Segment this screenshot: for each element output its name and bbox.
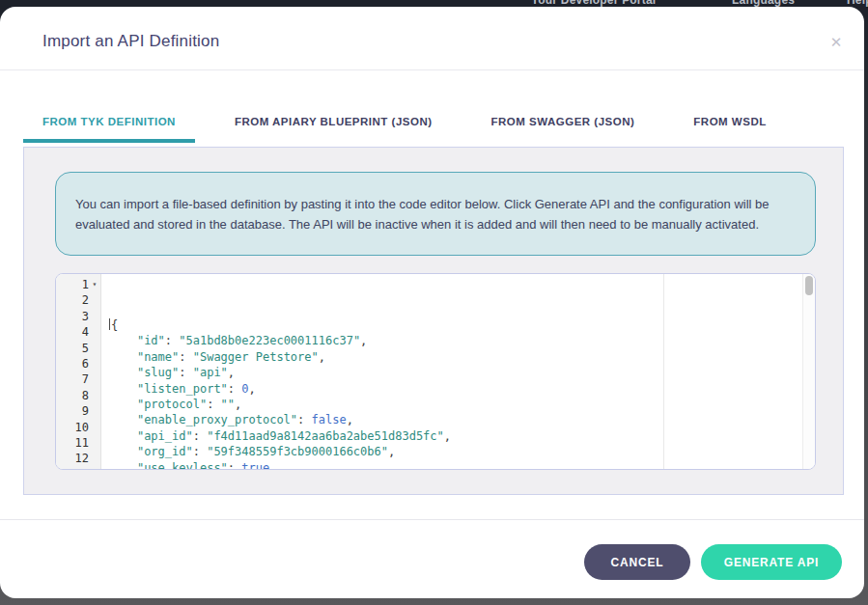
tab-from-apiary-blueprint-json[interactable]: FROM APIARY BLUEPRINT (JSON) (215, 99, 452, 143)
tab-from-swagger-json[interactable]: FROM SWAGGER (JSON) (472, 99, 655, 143)
gutter-line-number: 13▾ (56, 467, 100, 470)
code-token: false (312, 413, 347, 426)
code-token (109, 429, 137, 443)
gutter-line-number: 7 (56, 371, 100, 387)
editor-gutter: 1▾2345678910111213▾ (56, 274, 101, 469)
code-token: "name" (137, 350, 179, 364)
code-token: : (165, 334, 179, 347)
footer-divider (0, 519, 864, 520)
code-token (109, 350, 137, 364)
code-token: "protocol" (137, 398, 207, 411)
gutter-line-number: 2 (56, 292, 100, 308)
code-token: "enable_proxy_protocol" (137, 413, 297, 426)
code-line: { (109, 317, 815, 333)
code-token: : (297, 413, 311, 426)
fold-arrow-icon[interactable]: ▾ (89, 277, 100, 292)
topbar-link: Your Developer Portal (531, 0, 656, 7)
tab-panel: You can import a file-based definition b… (23, 147, 844, 495)
code-token (109, 334, 137, 347)
code-line: "api_id": "f4d11aad9a8142aa6ba2abe51d83d… (109, 428, 815, 444)
code-token: , (360, 334, 367, 347)
code-token: "id" (137, 334, 165, 347)
gutter-line-number: 12 (56, 451, 100, 466)
tab-from-wsdl[interactable]: FROM WSDL (674, 99, 785, 143)
code-token: : (228, 461, 241, 469)
code-token: : (179, 350, 192, 364)
code-token: "api" (193, 366, 228, 379)
code-line: "protocol": "", (109, 397, 815, 412)
code-token: , (444, 429, 451, 443)
code-line: "id": "5a1bd8b0e223ec0001116c37", (109, 333, 815, 348)
tab-label: FROM SWAGGER (JSON) (491, 116, 635, 127)
code-line: "enable_proxy_protocol": false, (109, 412, 815, 427)
gutter-line-number: 5 (56, 341, 100, 356)
code-token (109, 398, 137, 411)
code-token: , (235, 398, 241, 411)
modal-footer: CANCEL GENERATE API (584, 544, 842, 580)
code-token: "Swagger Petstore" (193, 350, 319, 364)
editor-content[interactable]: { "id": "5a1bd8b0e223ec0001116c37", "nam… (101, 274, 815, 469)
tab-label: FROM WSDL (693, 116, 766, 127)
code-token: "" (221, 398, 235, 411)
import-tabs: FROM TYK DEFINITIONFROM APIARY BLUEPRINT… (23, 99, 806, 143)
text-cursor (109, 318, 110, 330)
code-token (109, 461, 137, 469)
gutter-line-number: 6 (56, 356, 100, 371)
code-token (109, 445, 137, 458)
topbar-link: Languages (732, 0, 795, 7)
code-token: : (207, 398, 220, 411)
gutter-line-number: 9 (56, 403, 100, 419)
code-line: "slug": "api", (109, 365, 815, 380)
gutter-line-number: 10 (56, 420, 100, 435)
editor-scrollbar-thumb[interactable] (805, 276, 813, 295)
code-token: : (193, 445, 207, 458)
code-line: "listen_port": 0, (109, 381, 815, 397)
code-token: "5a1bd8b0e223ec0001116c37" (179, 334, 360, 347)
gutter-line-number: 11 (56, 435, 100, 451)
code-token: , (319, 350, 325, 364)
code-token (109, 413, 137, 426)
gutter-line-number: 3 (56, 309, 100, 324)
code-token: true (241, 461, 269, 469)
editor-scrollbar[interactable] (802, 274, 815, 469)
code-token: "api_id" (137, 429, 193, 443)
code-token (109, 382, 137, 396)
info-callout: You can import a file-based definition b… (55, 172, 816, 256)
code-editor[interactable]: 1▾2345678910111213▾ { "id": "5a1bd8b0e22… (55, 273, 816, 470)
code-token: : (179, 366, 192, 379)
tab-from-tyk-definition[interactable]: FROM TYK DEFINITION (23, 99, 195, 143)
close-icon[interactable]: ✕ (826, 32, 847, 53)
code-line: "use_keyless": true, (109, 460, 815, 469)
code-token: , (388, 445, 395, 458)
print-margin-line (663, 274, 664, 469)
code-token: "f4d11aad9a8142aa6ba2abe51d83d5fc" (207, 429, 444, 443)
code-token: "listen_port" (137, 382, 228, 396)
code-line: "name": "Swagger Petstore", (109, 349, 815, 365)
generate-api-button[interactable]: GENERATE API (701, 544, 842, 580)
tab-label: FROM TYK DEFINITION (42, 116, 176, 127)
header-divider (0, 69, 864, 70)
code-token: , (347, 413, 353, 426)
code-token: 0 (241, 382, 248, 396)
tab-label: FROM APIARY BLUEPRINT (JSON) (235, 116, 433, 127)
import-api-modal: Import an API Definition ✕ FROM TYK DEFI… (0, 7, 864, 598)
code-token: "use_keyless" (137, 461, 228, 469)
code-token: : (193, 429, 207, 443)
code-token: "59f348559f3cb9000166c0b6" (207, 445, 388, 458)
code-token: { (111, 318, 118, 332)
gutter-line-number: 8 (56, 388, 100, 403)
info-text: You can import a file-based definition b… (75, 194, 796, 234)
topbar-link: Help (847, 0, 868, 7)
code-token: : (228, 382, 241, 396)
code-token: , (228, 366, 235, 379)
code-token: "org_id" (137, 445, 193, 458)
code-token: , (249, 382, 256, 396)
fold-arrow-icon[interactable]: ▾ (89, 467, 100, 470)
code-token: "slug" (137, 366, 179, 379)
code-token (109, 366, 137, 379)
gutter-line-number: 1▾ (56, 277, 100, 292)
gutter-line-number: 4 (56, 324, 100, 340)
cancel-button[interactable]: CANCEL (584, 544, 690, 580)
modal-title: Import an API Definition (42, 32, 219, 51)
code-line: "org_id": "59f348559f3cb9000166c0b6", (109, 444, 815, 459)
